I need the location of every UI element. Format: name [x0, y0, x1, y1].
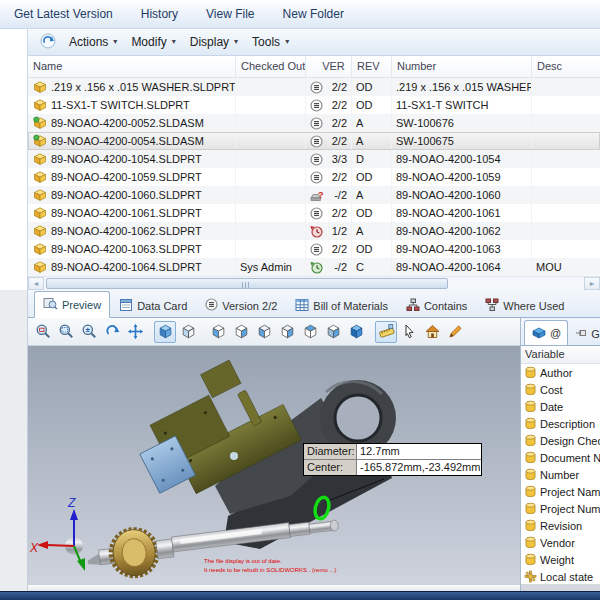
number-value: 89-NOAO-4200-1061 — [392, 204, 532, 222]
version-status-old-red-icon — [310, 225, 323, 238]
refresh-button[interactable] — [36, 32, 60, 52]
version-status-equal-icon — [310, 153, 323, 166]
variable-row-project-num[interactable]: Project Num — [521, 500, 600, 517]
tab-data-card[interactable]: Data Card — [110, 293, 196, 317]
variable-row-description[interactable]: Description — [521, 415, 600, 432]
table-row[interactable]: 89-NOAO-4200-1064.SLDPRTSys Admin-/2C89-… — [28, 258, 600, 276]
variable-row-cost[interactable]: Cost — [521, 381, 600, 398]
menu-get-latest-version[interactable]: Get Latest Version — [14, 7, 113, 21]
zoom-to-area-button[interactable] — [55, 321, 77, 343]
table-row[interactable]: 89-NOAO-4200-1061.SLDPRT2/2OD89-NOAO-420… — [28, 204, 600, 222]
column-header-desc[interactable]: Desc — [532, 56, 600, 77]
variable-row-revision[interactable]: Revision — [521, 517, 600, 534]
right-panel-scrollbar[interactable] — [520, 584, 600, 591]
revision-value: C — [352, 258, 392, 276]
scroll-left-button[interactable]: ◄ — [28, 277, 44, 290]
tab-bill-of-materials[interactable]: Bill of Materials — [286, 293, 397, 317]
tab-version-2-2[interactable]: Version 2/2 — [196, 293, 286, 317]
zoom-in-out-button[interactable]: ± — [78, 321, 100, 343]
tab-variables[interactable]: @ — [524, 320, 568, 346]
edit-markup-icon — [447, 323, 464, 340]
toolbar-menu-actions[interactable]: Actions▾ — [62, 32, 124, 52]
version-value: 2/2 — [332, 171, 347, 183]
tab-preview[interactable]: Preview — [34, 291, 110, 318]
variable-row-author[interactable]: Author — [521, 364, 600, 381]
preview-scrollbar[interactable] — [28, 584, 520, 591]
column-header-ver[interactable]: VER — [306, 56, 352, 77]
table-row[interactable]: 89-NOAO-4200-1062.SLDPRT1/2A89-NOAO-4200… — [28, 222, 600, 240]
edit-markup-button[interactable] — [444, 321, 466, 343]
version-value: 2/2 — [332, 135, 347, 147]
right-view-button[interactable] — [276, 321, 298, 343]
table-row[interactable]: 89-NOAO-4200-1060.SLDPRT?-/2A89-NOAO-420… — [28, 186, 600, 204]
variable-label: Design Chec — [540, 435, 600, 447]
column-header-name[interactable]: Name — [28, 56, 236, 77]
left-view-button[interactable] — [253, 321, 275, 343]
home-view-button[interactable] — [421, 321, 443, 343]
menu-view-file[interactable]: View File — [206, 7, 254, 21]
column-header-rev[interactable]: REV — [352, 56, 392, 77]
front-view-button[interactable] — [207, 321, 229, 343]
select-arrow-button[interactable] — [398, 321, 420, 343]
chevron-down-icon: ▾ — [172, 38, 176, 46]
preview-toolbar: ± — [28, 318, 520, 346]
table-row[interactable]: 89-NOAO-4200-1063.SLDPRT2/2OD89-NOAO-420… — [28, 240, 600, 258]
description-value — [532, 96, 600, 114]
top-view-button[interactable] — [299, 321, 321, 343]
version-value: -/2 — [334, 189, 347, 201]
preview-icon — [43, 297, 58, 312]
table-row[interactable]: 89-NOAO-4200-0052.SLDASM2/2ASW-100676 — [28, 114, 600, 132]
variable-row-design-chec[interactable]: Design Chec — [521, 432, 600, 449]
variable-row-local-state[interactable]: Local state — [521, 568, 600, 584]
variable-row-date[interactable]: Date — [521, 398, 600, 415]
column-header-checked-out[interactable]: Checked Out ... — [236, 56, 306, 77]
zoom-to-area-icon — [58, 323, 75, 340]
bottom-view-button[interactable] — [322, 321, 344, 343]
scroll-right-button[interactable]: ► — [584, 277, 600, 290]
table-row[interactable]: 89-NOAO-4200-1059.SLDPRT2/2OD89-NOAO-420… — [28, 168, 600, 186]
scrollbar-thumb[interactable] — [46, 278, 448, 289]
revision-value: A — [352, 222, 392, 240]
toolbar-menu-display[interactable]: Display▾ — [183, 32, 245, 52]
horizontal-scrollbar[interactable]: ◄ ► — [28, 276, 600, 290]
variables-panel: Variable AuthorCostDateDescriptionDesign… — [520, 346, 600, 584]
variable-label: Project Nam — [540, 486, 600, 498]
version-value: 2/2 — [332, 81, 347, 93]
menu-history[interactable]: History — [141, 7, 178, 21]
checked-out-by — [236, 150, 306, 168]
toolbar-menu-label: Tools — [252, 35, 280, 49]
column-header-number[interactable]: Number — [392, 56, 532, 77]
description-value — [532, 240, 600, 258]
variable-row-number[interactable]: Number — [521, 466, 600, 483]
table-row[interactable]: .219 x .156 x .015 WASHER.SLDPRT2/2OD.21… — [28, 78, 600, 96]
back-view-button[interactable] — [230, 321, 252, 343]
shaded-view-button[interactable] — [154, 321, 176, 343]
variable-row-weight[interactable]: Weight — [521, 551, 600, 568]
menu-new-folder[interactable]: New Folder — [283, 7, 344, 21]
variable-row-document-n[interactable]: Document N — [521, 449, 600, 466]
revision-value: A — [352, 132, 392, 150]
variable-label: Cost — [540, 384, 563, 396]
preview-pane[interactable]: Z X Diameter: 12.7mm Center: -165.872mm,… — [28, 346, 520, 584]
tab-clipped[interactable]: G — [568, 321, 600, 345]
table-row[interactable]: 89-NOAO-4200-1054.SLDPRT3/3D89-NOAO-4200… — [28, 150, 600, 168]
rotate-view-button[interactable] — [101, 321, 123, 343]
toolbar-menu-tools[interactable]: Tools▾ — [245, 32, 296, 52]
table-row[interactable]: 89-NOAO-4200-0054.SLDASM2/2ASW-100675 — [28, 132, 600, 150]
variable-row-project-nam[interactable]: Project Nam — [521, 483, 600, 500]
isometric-view-button[interactable] — [345, 321, 367, 343]
home-view-icon — [424, 323, 441, 340]
toolbar-menu-modify[interactable]: Modify▾ — [124, 32, 182, 52]
shaded-view-icon — [157, 323, 174, 340]
revision-value: OD — [352, 240, 392, 258]
table-row[interactable]: 11-SX1-T SWITCH.SLDPRT2/2OD11-SX1-T SWIT… — [28, 96, 600, 114]
pan-button[interactable] — [124, 321, 146, 343]
scrollbar-track[interactable] — [44, 277, 584, 290]
measure-tool-button[interactable] — [375, 321, 397, 343]
tab-contains[interactable]: Contains — [397, 293, 476, 317]
zoom-to-fit-button[interactable] — [32, 321, 54, 343]
tab-where-used[interactable]: Where Used — [476, 293, 573, 317]
part-file-icon — [32, 80, 48, 94]
variable-row-vendor[interactable]: Vendor — [521, 534, 600, 551]
wireframe-view-button[interactable] — [177, 321, 199, 343]
